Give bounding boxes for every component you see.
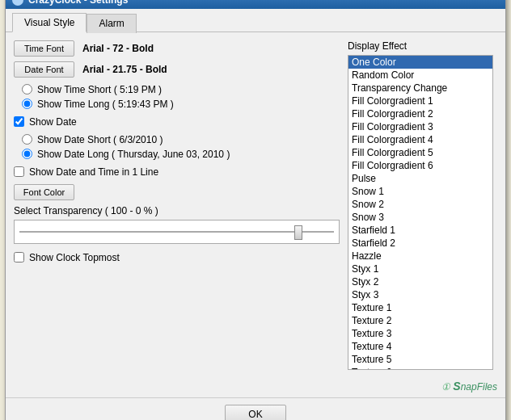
display-effect-label: Display Effect xyxy=(348,40,497,52)
show-time-long-label: Show Time Long ( 5:19:43 PM ) xyxy=(37,99,174,110)
effect-item[interactable]: Hazzle xyxy=(348,250,492,262)
tab-alarm[interactable]: Alarm xyxy=(87,14,136,33)
effect-item[interactable]: Texture 3 xyxy=(348,327,492,340)
effect-item[interactable]: Texture 1 xyxy=(348,301,492,314)
effect-item[interactable]: Transparency Change xyxy=(348,82,492,94)
effect-item[interactable]: Styx 2 xyxy=(348,275,492,288)
effect-item[interactable]: Pulse xyxy=(348,172,492,185)
date-display-group: Show Date Short ( 6/3/2010 ) Show Date L… xyxy=(14,134,340,160)
show-time-short-radio[interactable] xyxy=(22,84,32,94)
effect-item[interactable]: Fill Colorgradient 3 xyxy=(348,120,492,133)
transparency-section: Select Transparency ( 100 - 0 % ) xyxy=(14,205,340,244)
effect-list[interactable]: One ColorRandom ColorTransparency Change… xyxy=(348,55,493,370)
title-bar: CrazyClock - Settings xyxy=(6,0,505,9)
effect-item[interactable]: Texture 2 xyxy=(348,314,492,327)
time-font-value: Arial - 72 - Bold xyxy=(82,43,154,54)
transparency-slider[interactable] xyxy=(19,224,334,240)
show-date-time-one-line-checkbox[interactable] xyxy=(14,166,24,177)
effect-item[interactable]: Snow 2 xyxy=(348,198,492,211)
show-date-short-radio[interactable] xyxy=(22,134,32,145)
tab-bar: Visual Style Alarm xyxy=(6,9,505,32)
ok-button[interactable]: OK xyxy=(225,405,285,421)
main-content: Time Font Arial - 72 - Bold Date Font Ar… xyxy=(6,32,505,378)
right-panel: Display Effect One ColorRandom ColorTran… xyxy=(348,40,497,370)
effect-item[interactable]: Fill Colorgradient 4 xyxy=(348,133,492,146)
show-date-long-label: Show Date Long ( Thursday, June 03, 2010… xyxy=(37,149,230,160)
effect-item[interactable]: One Color xyxy=(348,56,492,69)
date-font-button[interactable]: Date Font xyxy=(14,61,74,78)
date-font-row: Date Font Arial - 21.75 - Bold xyxy=(14,61,340,78)
show-date-time-one-line-label: Show Date and Time in 1 Line xyxy=(29,166,158,178)
effect-item[interactable]: Starfield 1 xyxy=(348,224,492,237)
effect-item[interactable]: Fill Colorgradient 1 xyxy=(348,94,492,107)
show-clock-topmost-label: Show Clock Topmost xyxy=(29,252,120,263)
date-font-value: Arial - 21.75 - Bold xyxy=(82,64,167,75)
show-time-long-radio[interactable] xyxy=(22,99,32,109)
effect-item[interactable]: Styx 3 xyxy=(348,288,492,301)
effect-item[interactable]: Fill Colorgradient 5 xyxy=(348,146,492,159)
left-panel: Time Font Arial - 72 - Bold Date Font Ar… xyxy=(14,40,340,370)
effect-item[interactable]: Texture 5 xyxy=(348,353,492,366)
show-date-long-radio[interactable] xyxy=(22,149,32,159)
app-icon xyxy=(12,0,23,6)
time-font-row: Time Font Arial - 72 - Bold xyxy=(14,40,340,57)
transparency-label: Select Transparency ( 100 - 0 % ) xyxy=(14,205,340,216)
show-date-row: Show Date xyxy=(14,116,340,128)
slider-container xyxy=(14,220,340,244)
show-date-label: Show Date xyxy=(29,116,77,128)
show-clock-topmost-checkbox[interactable] xyxy=(14,252,24,262)
show-time-short-label: Show Time Short ( 5:19 PM ) xyxy=(37,84,162,95)
show-date-short-label: Show Date Short ( 6/3/2010 ) xyxy=(37,134,163,145)
show-date-short-row: Show Date Short ( 6/3/2010 ) xyxy=(22,134,340,145)
effect-item[interactable]: Texture 6 xyxy=(348,366,492,370)
effect-item[interactable]: Snow 1 xyxy=(348,185,492,198)
time-display-group: Show Time Short ( 5:19 PM ) Show Time Lo… xyxy=(14,84,340,110)
show-clock-topmost-row: Show Clock Topmost xyxy=(14,252,340,263)
effect-item[interactable]: Fill Colorgradient 2 xyxy=(348,107,492,120)
time-font-button[interactable]: Time Font xyxy=(14,40,74,57)
show-date-time-one-line-row: Show Date and Time in 1 Line xyxy=(14,166,340,178)
tab-visual-style[interactable]: Visual Style xyxy=(12,13,87,32)
show-date-long-row: Show Date Long ( Thursday, June 03, 2010… xyxy=(22,149,340,160)
show-time-long-row: Show Time Long ( 5:19:43 PM ) xyxy=(22,99,340,110)
effect-item[interactable]: Random Color xyxy=(348,69,492,82)
font-color-row: Font Color xyxy=(14,184,340,200)
effect-item[interactable]: Texture 4 xyxy=(348,340,492,353)
effect-item[interactable]: Fill Colorgradient 6 xyxy=(348,159,492,172)
bottom-bar: OK xyxy=(6,397,505,421)
effect-item[interactable]: Starfield 2 xyxy=(348,237,492,250)
effect-item[interactable]: Snow 3 xyxy=(348,211,492,224)
show-time-short-row: Show Time Short ( 5:19 PM ) xyxy=(22,84,340,95)
font-color-button[interactable]: Font Color xyxy=(14,184,74,200)
window-title: CrazyClock - Settings xyxy=(28,0,128,6)
effect-item[interactable]: Styx 1 xyxy=(348,262,492,275)
snapfiles-watermark: ① SnapFiles xyxy=(6,378,505,397)
show-date-checkbox[interactable] xyxy=(14,116,24,127)
